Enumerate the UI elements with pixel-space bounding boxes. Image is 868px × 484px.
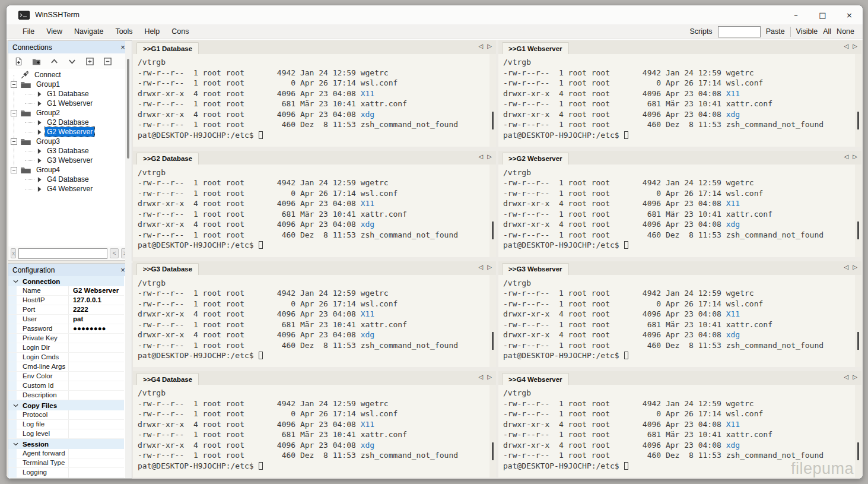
config-row-value[interactable] [69,381,124,390]
config-row-cmd-line-args[interactable]: Cmd-line Args [8,362,124,372]
config-row-value[interactable]: 2222 [69,305,124,314]
config-row-value[interactable] [69,468,124,477]
tab-scroll-left-icon[interactable]: ◁ [479,43,484,49]
config-row-value[interactable]: pat [69,315,124,324]
tab-scroll-right-icon[interactable]: ▷ [487,374,492,380]
tab-scroll-left-icon[interactable]: ◁ [844,374,849,380]
tab-g1-database[interactable]: >>G1 Database [136,42,199,54]
terminal-output-g2-webserver[interactable]: /vtrgb-rw-r--r-- 1 root root 4942 Jan 24… [498,165,861,257]
config-scrollbar[interactable] [125,263,132,478]
terminal-output-g4-database[interactable]: /vtrgb-rw-r--r-- 1 root root 4942 Jan 24… [133,385,496,477]
tree-item-group3[interactable]: Group3 [8,137,132,146]
tree-item-g2-database[interactable]: G2 Database [8,118,132,127]
visible-button[interactable]: Visible [796,27,818,36]
tree-item-g4-webserver[interactable]: G4 Webserver [8,184,132,194]
terminal-scrollbar-thumb[interactable] [492,222,494,239]
tab-scroll-right-icon[interactable]: ▷ [853,153,857,160]
tab-g4-database[interactable]: >>G4 Database [136,373,199,385]
tab-g3-database[interactable]: >>G3 Database [136,263,199,275]
config-row-log-file-name[interactable]: Log file name [8,477,124,478]
scripts-input[interactable] [718,26,761,37]
config-row-description[interactable]: Description [8,391,124,400]
tab-scroll-right-icon[interactable]: ▷ [853,43,857,49]
config-row-value[interactable] [69,334,124,343]
menu-view[interactable]: View [40,27,68,36]
terminal-scrollbar[interactable] [855,275,861,368]
tab-scroll-left-icon[interactable]: ◁ [844,153,849,160]
tree-item-g1-webserver[interactable]: G1 Webserver [8,99,132,108]
tab-scroll-left-icon[interactable]: ◁ [479,153,484,160]
terminal-scrollbar[interactable] [489,54,496,147]
terminal-output-g1-database[interactable]: /vtrgb-rw-r--r-- 1 root root 4942 Jan 24… [133,54,496,147]
config-row-login-dir[interactable]: Login Dir [8,343,124,353]
tree-item-g2-webserver[interactable]: G2 Webserver [8,127,132,137]
move-up-icon[interactable] [46,55,62,68]
none-button[interactable]: None [837,27,854,36]
config-row-password[interactable]: Password●●●●●●●● [8,324,124,334]
tree-item-group4[interactable]: Group4 [8,165,132,175]
terminal-output-g3-database[interactable]: /vtrgb-rw-r--r-- 1 root root 4942 Jan 24… [133,275,496,368]
collapse-all-icon[interactable] [100,55,115,68]
expand-all-icon[interactable] [82,55,97,68]
config-row-host-ip[interactable]: Host/IP127.0.0.1 [8,296,124,305]
config-row-value[interactable]: 127.0.0.1 [69,296,124,305]
tree-item-group2[interactable]: Group2 [8,108,132,118]
config-category-connection[interactable]: Connection [8,276,124,286]
terminal-scrollbar-thumb[interactable] [857,112,859,129]
config-row-logging[interactable]: Logging [8,468,124,477]
config-row-value[interactable] [69,372,124,381]
collapse-toggle-icon[interactable] [11,81,17,88]
config-row-port[interactable]: Port2222 [8,305,124,315]
paste-button[interactable]: Paste [766,27,785,36]
terminal-scrollbar-thumb[interactable] [492,112,494,129]
config-category-copy-files[interactable]: Copy Files [8,400,124,410]
collapse-toggle-icon[interactable] [11,138,17,145]
config-row-agent-forward[interactable]: Agent forward [8,449,124,458]
search-prev-button[interactable]: < [110,248,118,258]
tab-g3-webserver[interactable]: >>G3 Webserver [502,263,569,275]
config-row-value[interactable] [69,343,124,352]
tab-scroll-right-icon[interactable]: ▷ [487,43,492,49]
config-row-value[interactable] [69,410,124,419]
menu-help[interactable]: Help [139,27,166,36]
move-down-icon[interactable] [64,55,80,68]
terminal-scrollbar-thumb[interactable] [492,442,494,460]
config-row-private-key[interactable]: Private Key [8,334,124,343]
tab-g4-webserver[interactable]: >>G4 Webserver [502,373,569,385]
tab-scroll-left-icon[interactable]: ◁ [479,374,484,380]
config-row-protocol[interactable]: Protocol [8,410,124,420]
new-group-icon[interactable] [28,55,44,68]
config-row-value[interactable] [69,420,124,429]
config-row-value[interactable] [69,362,124,371]
terminal-scrollbar[interactable] [855,165,861,257]
config-row-env-color[interactable]: Env Color [8,372,124,381]
tab-g1-webserver[interactable]: >>G1 Webserver [502,42,569,54]
tab-g2-webserver[interactable]: >>G2 Webserver [502,153,569,165]
terminal-scrollbar[interactable] [489,385,496,477]
tab-scroll-left-icon[interactable]: ◁ [844,43,849,49]
config-row-value[interactable] [69,458,124,467]
terminal-scrollbar-thumb[interactable] [857,332,859,350]
config-row-terminal-type[interactable]: Terminal Type [8,458,124,468]
config-category-session[interactable]: Session [8,439,124,449]
menu-tools[interactable]: Tools [109,27,138,36]
config-row-value[interactable] [69,353,124,362]
terminal-output-g3-webserver[interactable]: /vtrgb-rw-r--r-- 1 root root 4942 Jan 24… [498,275,861,368]
menu-cons[interactable]: Cons [166,27,195,36]
tab-scroll-left-icon[interactable]: ◁ [479,264,484,270]
config-row-value[interactable]: G2 Webserver [69,286,124,295]
tree-item-group1[interactable]: Group1 [8,80,132,89]
config-row-login-cmds[interactable]: Login Cmds [8,353,124,362]
terminal-output-g1-webserver[interactable]: /vtrgb-rw-r--r-- 1 root root 4942 Jan 24… [498,54,861,147]
tree-search-input[interactable] [18,248,107,259]
tree-item-g1-database[interactable]: G1 Database [8,89,132,99]
config-row-custom-id[interactable]: Custom Id [8,381,124,391]
config-row-log-file[interactable]: Log file [8,420,124,429]
tab-scroll-right-icon[interactable]: ▷ [853,374,857,380]
menu-file[interactable]: File [17,27,40,36]
tab-scroll-right-icon[interactable]: ▷ [487,264,492,270]
tree-item-g4-database[interactable]: G4 Database [8,175,132,184]
tree-item-g3-webserver[interactable]: G3 Webserver [8,156,132,165]
terminal-scrollbar[interactable] [855,385,861,477]
tree-item-g3-database[interactable]: G3 Database [8,146,132,156]
